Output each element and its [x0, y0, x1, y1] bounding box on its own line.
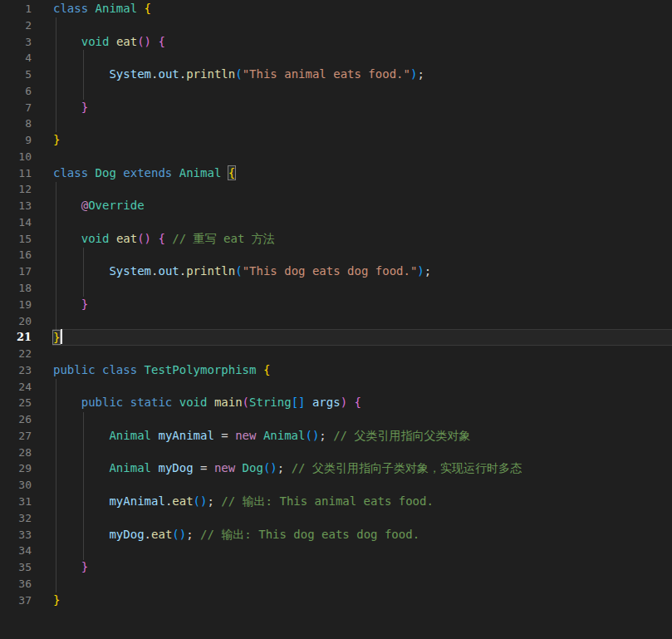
- code-line-content[interactable]: [52, 543, 672, 559]
- line-number[interactable]: 9: [0, 132, 52, 149]
- line-number[interactable]: 27: [0, 428, 52, 445]
- line-number[interactable]: 33: [0, 527, 52, 543]
- line-number[interactable]: 28: [0, 445, 52, 461]
- code-line[interactable]: 21}: [0, 329, 672, 346]
- code-line-content[interactable]: [52, 445, 672, 461]
- code-line[interactable]: 37}: [0, 592, 672, 609]
- code-line-content[interactable]: [52, 313, 672, 330]
- line-number[interactable]: 29: [0, 460, 52, 477]
- code-line-content[interactable]: }: [52, 329, 672, 346]
- line-number[interactable]: 26: [0, 411, 52, 428]
- code-line[interactable]: 27 Animal myAnimal = new Animal(); // 父类…: [0, 428, 672, 445]
- code-line-content[interactable]: [52, 280, 672, 297]
- code-line[interactable]: 35 }: [0, 559, 672, 576]
- line-number[interactable]: 35: [0, 559, 52, 576]
- code-line-content[interactable]: [52, 149, 672, 165]
- code-line[interactable]: 2: [0, 17, 672, 34]
- code-line-content[interactable]: [52, 83, 672, 100]
- line-number[interactable]: 30: [0, 477, 52, 494]
- line-number[interactable]: 16: [0, 247, 52, 263]
- code-line-content[interactable]: @Override: [52, 198, 672, 214]
- line-number[interactable]: 23: [0, 362, 52, 379]
- code-line[interactable]: 5 System.out.println("This animal eats f…: [0, 66, 672, 83]
- code-line[interactable]: 11class Dog extends Animal {: [0, 165, 672, 182]
- line-number[interactable]: 32: [0, 510, 52, 527]
- code-line-content[interactable]: [52, 181, 672, 198]
- code-line-content[interactable]: }: [52, 592, 672, 609]
- code-line-content[interactable]: void eat() {: [52, 34, 672, 51]
- code-line[interactable]: 22: [0, 346, 672, 362]
- code-line[interactable]: 14: [0, 214, 672, 231]
- code-line-content[interactable]: Animal myDog = new Dog(); // 父类引用指向子类对象，…: [52, 460, 672, 477]
- line-number[interactable]: 7: [0, 100, 52, 116]
- code-line-content[interactable]: }: [52, 559, 672, 576]
- code-line-content[interactable]: void eat() { // 重写 eat 方法: [52, 231, 672, 248]
- code-line[interactable]: 12: [0, 181, 672, 198]
- line-number[interactable]: 2: [0, 17, 52, 34]
- code-line-content[interactable]: }: [52, 132, 672, 149]
- code-line-content[interactable]: class Animal {: [52, 1, 672, 17]
- line-number[interactable]: 31: [0, 494, 52, 510]
- line-number[interactable]: 17: [0, 263, 52, 280]
- code-line[interactable]: 15 void eat() { // 重写 eat 方法: [0, 231, 672, 248]
- code-line[interactable]: 10: [0, 149, 672, 165]
- code-line-content[interactable]: }: [52, 297, 672, 313]
- code-line[interactable]: 33 myDog.eat(); // 输出: This dog eats dog…: [0, 527, 672, 543]
- code-line[interactable]: 4: [0, 50, 672, 66]
- code-line-content[interactable]: System.out.println("This dog eats dog fo…: [52, 263, 672, 280]
- line-number[interactable]: 14: [0, 214, 52, 231]
- code-line-content[interactable]: public class TestPolymorphism {: [52, 362, 672, 379]
- code-line[interactable]: 1class Animal {: [0, 1, 672, 17]
- line-number[interactable]: 37: [0, 592, 52, 609]
- line-number[interactable]: 24: [0, 379, 52, 396]
- code-line-content[interactable]: myAnimal.eat(); // 输出: This animal eats …: [52, 494, 672, 510]
- code-line[interactable]: 20: [0, 313, 672, 330]
- code-line-content[interactable]: Animal myAnimal = new Animal(); // 父类引用指…: [52, 428, 672, 445]
- code-line[interactable]: 19 }: [0, 297, 672, 313]
- line-number[interactable]: 21: [0, 329, 52, 346]
- code-line[interactable]: 29 Animal myDog = new Dog(); // 父类引用指向子类…: [0, 460, 672, 477]
- code-line-content[interactable]: [52, 510, 672, 527]
- code-line-content[interactable]: class Dog extends Animal {: [52, 165, 672, 182]
- code-line-content[interactable]: [52, 379, 672, 396]
- code-line-content[interactable]: }: [52, 100, 672, 116]
- code-line[interactable]: 24: [0, 379, 672, 396]
- code-line[interactable]: 8: [0, 116, 672, 132]
- code-line[interactable]: 23public class TestPolymorphism {: [0, 362, 672, 379]
- line-number[interactable]: 6: [0, 83, 52, 100]
- code-line-content[interactable]: [52, 411, 672, 428]
- code-line-content[interactable]: [52, 247, 672, 263]
- code-line-content[interactable]: System.out.println("This animal eats foo…: [52, 66, 672, 83]
- line-number[interactable]: 11: [0, 165, 52, 182]
- code-line-content[interactable]: [52, 50, 672, 66]
- line-number[interactable]: 12: [0, 181, 52, 198]
- line-number[interactable]: 13: [0, 198, 52, 214]
- code-line[interactable]: 26: [0, 411, 672, 428]
- line-number[interactable]: 19: [0, 297, 52, 313]
- code-line[interactable]: 25 public static void main(String[] args…: [0, 395, 672, 411]
- line-number[interactable]: 1: [0, 1, 52, 17]
- line-number[interactable]: 34: [0, 543, 52, 559]
- code-line[interactable]: 16: [0, 247, 672, 263]
- code-line[interactable]: 34: [0, 543, 672, 559]
- code-line[interactable]: 7 }: [0, 100, 672, 116]
- code-line[interactable]: 30: [0, 477, 672, 494]
- line-number[interactable]: 25: [0, 395, 52, 411]
- line-number[interactable]: 8: [0, 116, 52, 132]
- code-line[interactable]: 9}: [0, 132, 672, 149]
- code-line-content[interactable]: [52, 17, 672, 34]
- code-line[interactable]: 13 @Override: [0, 198, 672, 214]
- code-line-content[interactable]: [52, 477, 672, 494]
- line-number[interactable]: 4: [0, 50, 52, 66]
- code-line-content[interactable]: [52, 576, 672, 592]
- line-number[interactable]: 22: [0, 346, 52, 362]
- code-line[interactable]: 3 void eat() {: [0, 34, 672, 51]
- code-line[interactable]: 32: [0, 510, 672, 527]
- code-line[interactable]: 28: [0, 445, 672, 461]
- code-line[interactable]: 6: [0, 83, 672, 100]
- code-line-content[interactable]: [52, 346, 672, 362]
- code-line-content[interactable]: [52, 116, 672, 132]
- line-number[interactable]: 36: [0, 576, 52, 592]
- line-number[interactable]: 5: [0, 66, 52, 83]
- code-line-content[interactable]: [52, 214, 672, 231]
